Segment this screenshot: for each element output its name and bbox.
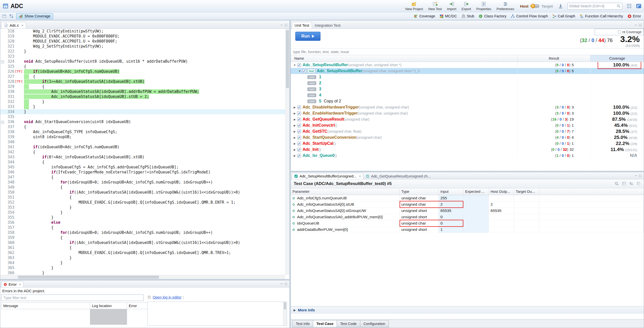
coverage-button[interactable]: Coverage	[414, 14, 435, 18]
code-line-344[interactable]: 344 {	[0, 160, 285, 165]
class-factory-button[interactable]: CClass Factory	[478, 14, 506, 18]
tab-setupresultbuffer-test[interactable]: Adc_SetupResultBuffer(unsigned... ×	[292, 173, 363, 179]
checkbox[interactable]: ✓	[297, 148, 301, 152]
code-line-321[interactable]: 321 Wdg_2_SetSftyEndinit(pwSftyUW);	[0, 44, 285, 49]
tree-row-case[interactable]: case3	[291, 86, 644, 92]
param-row-adc-infoqueuestatussa0-addrbufpuw-mem-0[interactable]: Adc_infoQueueStatusSA0_addrBufPUW_mem[0]…	[291, 214, 644, 220]
tree-row-adc-getstc[interactable]: ▶✓Adc_GetSTC(unsigned char, float)(0 / 0…	[291, 128, 644, 134]
code-line-332[interactable]: 332 }	[0, 99, 285, 104]
code-line-352[interactable]: 352 MODULE_EVADC.G[idxGroupUB].Q[infoQue…	[0, 200, 285, 205]
code-line-328[interactable]: 328[TF] if(1==Adc_infoQueueStatusSA[idxQ…	[0, 79, 285, 84]
checkbox[interactable]: ✓	[297, 105, 301, 109]
tab-integration-test[interactable]: Integration Test	[312, 22, 343, 28]
tree-row-adc-isr-queue0[interactable]: ▶✓Adc_Isr_Queue0()(1 / 0 / 0)1N/A	[291, 153, 644, 159]
search-icon[interactable]	[617, 4, 621, 8]
perspective-icon[interactable]	[636, 3, 641, 9]
export-button[interactable]: Export	[461, 1, 472, 11]
column-header-coverage[interactable]: Coverage	[591, 55, 644, 62]
tree-row-case[interactable]: case5 Copy of 2	[291, 98, 644, 104]
code-line-337[interactable]: 337{	[0, 124, 285, 129]
expand-icon[interactable]: ▶	[293, 136, 297, 139]
code-line-342[interactable]: 342 {	[0, 150, 285, 155]
checkbox[interactable]: ✓	[297, 154, 301, 158]
column-header-input[interactable]: Input	[439, 188, 463, 195]
code-line-345[interactable]: 345 infoQueueCfgS = Adc_infoCfgS.addrQue…	[0, 165, 285, 170]
fold-marker-icon[interactable]: −	[0, 59, 5, 64]
code-line-333[interactable]: 333 }	[0, 104, 285, 109]
host-target-switch[interactable]: Host Target	[520, 4, 553, 8]
code-line-330[interactable]: 330 Adc_infoQueueStatusSA[idxQueueUB].ad…	[0, 89, 285, 94]
code-line-356[interactable]: 356 else	[0, 220, 285, 225]
bottom-tab-configuration[interactable]: Configuration	[360, 320, 389, 327]
close-tab-icon[interactable]: ×	[21, 23, 24, 27]
global-search[interactable]	[567, 3, 622, 10]
code-line-343[interactable]: 343 if(0!=Adc_infoQueueStatusSA[idxQueue…	[0, 155, 285, 160]
column-header-expected[interactable]: Expected ...	[463, 188, 489, 195]
show-coverage-button[interactable]: Show Coverage	[16, 13, 53, 19]
checkbox[interactable]: ✓	[297, 130, 301, 133]
param-row-idxqueueub[interactable]: idxQueueUBunsigned char0	[291, 220, 644, 227]
param-row-adc-infocfgs-numqueueub[interactable]: Adc_infoCfgS.numQueueUBunsigned char255	[291, 195, 644, 201]
error-button[interactable]: Error	[627, 14, 641, 18]
code-line-355[interactable]: 355 }	[0, 215, 285, 220]
expand-icon[interactable]: ▶	[293, 106, 297, 109]
tree-row-adc-setupresultbuffer[interactable]: ▼✓Adc_SetupResultBuffer(unsigned char, u…	[291, 62, 644, 68]
code-line-338[interactable]: 338 Adc_infoQueueCfgS_TYPE infoQueueCfgS…	[0, 129, 285, 134]
tab-getqueueresult-test[interactable]: Adc_GetQueueResult(unsigned ch...	[363, 173, 433, 179]
column-header-name[interactable]: Name	[291, 55, 518, 62]
tree-filter-input[interactable]: type file, function, test, state, issue	[291, 49, 644, 55]
checkbox[interactable]	[618, 30, 621, 33]
code-line-326[interactable]: 326[TF] if(idxQueueUB<Adc_infoCfgS.numQu…	[0, 69, 285, 74]
expand-icon[interactable]: ▶	[293, 130, 297, 133]
code-line-323[interactable]: 323	[0, 54, 285, 59]
tree-row-case[interactable]: case1	[291, 74, 644, 80]
code-line-320[interactable]: 320 MODULE_EVADC.ACCPROT1.U = 0x000F800F…	[0, 39, 285, 44]
code-line-365[interactable]: 365 }	[0, 265, 285, 270]
column-header-type[interactable]: Type	[400, 188, 439, 195]
code-line-360[interactable]: 360 if((Adc_infoQueueStatusSA[idxQueueUB…	[0, 240, 285, 245]
code-line-357[interactable]: 357 {	[0, 225, 285, 230]
code-line-319[interactable]: 319 MODULE_EVADC.ACCPROT0.U = 0x800F800F…	[0, 34, 285, 39]
param-expected-cell[interactable]	[463, 220, 489, 226]
collapse-icon[interactable]: ▼	[293, 64, 297, 66]
checkbox[interactable]: ✓	[297, 124, 301, 127]
checkbox[interactable]: ✓	[302, 69, 306, 73]
error-filter-input[interactable]	[1, 295, 144, 301]
new-test-button[interactable]: New Test	[428, 1, 442, 11]
properties-button[interactable]: Properties	[476, 1, 492, 11]
code-line-334[interactable]: 334}	[0, 109, 285, 114]
tab-error[interactable]: Error ×	[1, 281, 23, 287]
bottom-tab-test-info[interactable]: Test Info	[292, 320, 313, 327]
param-input-cell[interactable]: 0	[439, 220, 463, 226]
param-expected-cell[interactable]	[463, 208, 489, 214]
param-input-cell[interactable]: 255	[439, 195, 463, 201]
expand-icon[interactable]: ▶	[293, 148, 297, 151]
code-line-322[interactable]: 322}	[0, 49, 285, 54]
call-graph-button[interactable]: Call Graph	[552, 14, 575, 18]
stub-button[interactable]: Stub	[461, 14, 474, 18]
code-line-359[interactable]: 359 {	[0, 235, 285, 240]
code-line-364[interactable]: 364 }	[0, 260, 285, 265]
code-line-358[interactable]: 358 for(idxGroupUB=0; idxGroupUB<Adc_inf…	[0, 230, 285, 235]
code-line-347[interactable]: 347 {	[0, 175, 285, 180]
code-editor[interactable]: 318 Wdg_2_ClrSftyEndinit(pwSftyUW);319 M…	[0, 29, 289, 279]
code-line-340[interactable]: 340	[0, 139, 285, 144]
column-header-host-output[interactable]: Host Outp...	[489, 188, 514, 195]
maximize-icon[interactable]: □	[285, 282, 287, 286]
param-input-cell[interactable]: 0	[439, 214, 463, 220]
column-header-log-location[interactable]: Log location	[90, 303, 127, 309]
maximize-icon[interactable]: □	[639, 173, 641, 177]
open-log-link[interactable]: Open log in editor	[153, 295, 181, 299]
maximize-icon[interactable]: □	[639, 23, 641, 27]
tree-row-adc-startupcal[interactable]: ▶✓Adc_StartUpCal()(0 / 0 / 1)122.2% (2/9…	[291, 140, 644, 147]
code-line-366[interactable]: 366 }	[0, 270, 285, 275]
param-expected-cell[interactable]	[463, 227, 489, 233]
collapse-icon[interactable]: ▼	[298, 70, 302, 72]
fold-marker-icon[interactable]: −	[0, 119, 5, 124]
bottom-tab-test-case[interactable]: Test Case	[313, 320, 337, 327]
column-header-parameter[interactable]: Parameter	[291, 188, 400, 195]
param-expected-cell[interactable]	[463, 195, 489, 201]
minimize-icon[interactable]: −	[635, 173, 637, 177]
column-header-target-output[interactable]: Target Ou...	[514, 188, 539, 195]
checkbox[interactable]: ✓	[297, 136, 301, 139]
